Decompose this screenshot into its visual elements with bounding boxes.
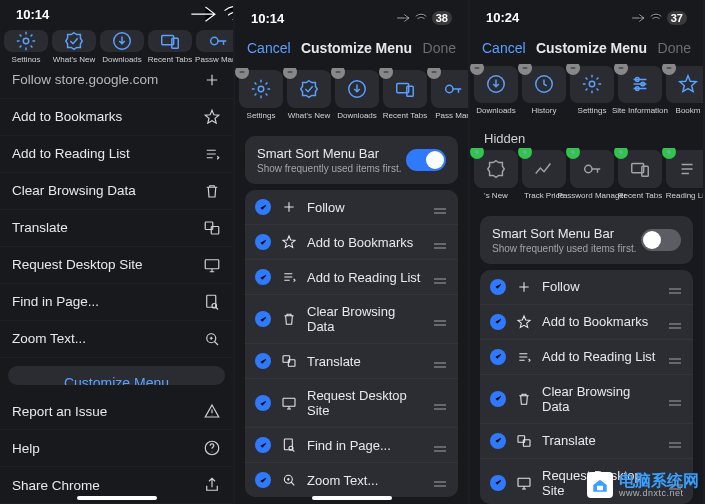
chip-recenttabs[interactable]: Recent Tabs [618, 148, 662, 206]
list-item[interactable]: Request Desktop Site [480, 459, 693, 504]
chip-whatsnew[interactable]: What's New [287, 68, 331, 126]
checked-badge [255, 437, 271, 453]
smart-toggle[interactable] [406, 149, 446, 171]
list-item[interactable]: Request Desktop Site [245, 379, 458, 428]
chip-settings[interactable]: Settings [4, 28, 48, 61]
list-item[interactable]: Add to Reading List [480, 340, 693, 375]
list-item[interactable]: Clear Browsing Data [245, 295, 458, 344]
add-badge[interactable] [518, 148, 532, 159]
chip-password[interactable]: Pass Man [431, 68, 468, 126]
chipbar-hidden[interactable]: 's New Track Price Password Manager Rece… [470, 148, 703, 206]
remove-badge[interactable] [331, 68, 345, 79]
chipbar[interactable]: Settings What's New Downloads Recent Tab… [0, 28, 233, 61]
row-find[interactable]: Find in Page... [0, 284, 233, 321]
chip-downloads[interactable]: Downloads [100, 28, 144, 61]
chip-history[interactable]: History [522, 64, 566, 122]
list-item[interactable]: Translate [245, 344, 458, 379]
done-button[interactable]: Done [423, 40, 456, 56]
history-icon [533, 73, 555, 95]
remove-badge[interactable] [614, 64, 628, 75]
list-item[interactable]: Follow [245, 190, 458, 225]
cancel-button[interactable]: Cancel [247, 40, 291, 56]
drag-handle[interactable] [667, 477, 683, 489]
devices-icon [629, 158, 651, 180]
item-label: Add to Reading List [307, 270, 422, 285]
row-report[interactable]: Report an Issue [0, 393, 233, 430]
drag-handle[interactable] [432, 313, 448, 325]
remove-badge[interactable] [283, 68, 297, 79]
drag-handle[interactable] [667, 435, 683, 447]
star-icon [677, 73, 699, 95]
item-label: Add to Bookmarks [542, 314, 657, 329]
chip-passwordmanager[interactable]: Passw Mana [196, 28, 233, 61]
add-badge[interactable] [614, 148, 628, 159]
add-badge[interactable] [470, 148, 484, 159]
drag-handle[interactable] [667, 316, 683, 328]
remove-badge[interactable] [379, 68, 393, 79]
list-item[interactable]: Clear Browsing Data [480, 375, 693, 424]
chip-whatsnew[interactable]: What's New [52, 28, 96, 61]
row-desktop[interactable]: Request Desktop Site [0, 247, 233, 284]
remove-badge[interactable] [662, 64, 676, 75]
smart-toggle[interactable] [641, 229, 681, 251]
chip-recenttabs[interactable]: Recent Tabs [148, 28, 192, 61]
add-badge[interactable] [662, 148, 676, 159]
chip-settings[interactable]: Settings [239, 68, 283, 126]
drag-handle[interactable] [432, 397, 448, 409]
customize-button[interactable]: Customize Menu [8, 366, 225, 385]
remove-badge[interactable] [427, 68, 441, 79]
list-item[interactable]: Zoom Text... [245, 463, 458, 497]
list-item[interactable]: Follow [480, 270, 693, 305]
drag-handle[interactable] [432, 439, 448, 451]
row-add-bookmarks[interactable]: Add to Bookmarks [0, 99, 233, 136]
item-label: Zoom Text... [307, 473, 422, 488]
chipbar[interactable]: Settings What's New Downloads Recent Tab… [235, 68, 468, 126]
row-follow[interactable]: Follow store.google.com [0, 62, 233, 99]
chipbar-visible[interactable]: Downloads History Settings Site Informat… [470, 64, 703, 122]
remove-badge[interactable] [518, 64, 532, 75]
chip-recenttabs[interactable]: Recent Tabs [383, 68, 427, 126]
smart-title: Smart Sort Menu Bar [257, 146, 402, 161]
add-badge[interactable] [566, 148, 580, 159]
status-bar: 10:14 38 [235, 0, 468, 36]
chip-downloads[interactable]: Downloads [335, 68, 379, 126]
chip-bookmarks[interactable]: Bookm [666, 64, 703, 122]
list-item[interactable]: Translate [480, 424, 693, 459]
drag-handle[interactable] [432, 355, 448, 367]
chip-settings[interactable]: Settings [570, 64, 614, 122]
drag-handle[interactable] [432, 271, 448, 283]
row-label: Report an Issue [12, 404, 107, 419]
row-translate[interactable]: Translate [0, 210, 233, 247]
list-item[interactable]: Add to Reading List [245, 260, 458, 295]
cancel-button[interactable]: Cancel [482, 40, 526, 56]
drag-handle[interactable] [432, 201, 448, 213]
item-label: Request Desktop Site [307, 388, 422, 418]
row-add-reading[interactable]: Add to Reading List [0, 136, 233, 173]
list-item[interactable]: Add to Bookmarks [480, 305, 693, 340]
chip-readinglist[interactable]: Reading List [666, 148, 703, 206]
done-button[interactable]: Done [658, 40, 691, 56]
chip-whatsnew[interactable]: 's New [474, 148, 518, 206]
row-clear-data[interactable]: Clear Browsing Data [0, 173, 233, 210]
list-item[interactable]: Add to Bookmarks [245, 225, 458, 260]
chip-downloads[interactable]: Downloads [474, 64, 518, 122]
list-item[interactable]: Find in Page... [245, 428, 458, 463]
key-icon [442, 78, 464, 100]
remove-badge[interactable] [470, 64, 484, 75]
item-label: Request Desktop Site [542, 468, 657, 498]
drag-handle[interactable] [667, 351, 683, 363]
devices-icon [159, 30, 181, 52]
drag-handle[interactable] [432, 474, 448, 486]
row-zoom[interactable]: Zoom Text... [0, 321, 233, 358]
clock: 10:14 [251, 11, 284, 26]
row-help[interactable]: Help [0, 430, 233, 467]
drag-handle[interactable] [667, 281, 683, 293]
drag-handle[interactable] [667, 393, 683, 405]
item-label: Translate [542, 433, 657, 448]
remove-badge[interactable] [235, 68, 249, 79]
remove-badge[interactable] [566, 64, 580, 75]
chip-password[interactable]: Password Manager [570, 148, 614, 206]
chip-siteinfo[interactable]: Site Information [618, 64, 662, 122]
phone-1-menu: 10:14 38 Settings What's New Downloads R… [0, 0, 233, 504]
drag-handle[interactable] [432, 236, 448, 248]
